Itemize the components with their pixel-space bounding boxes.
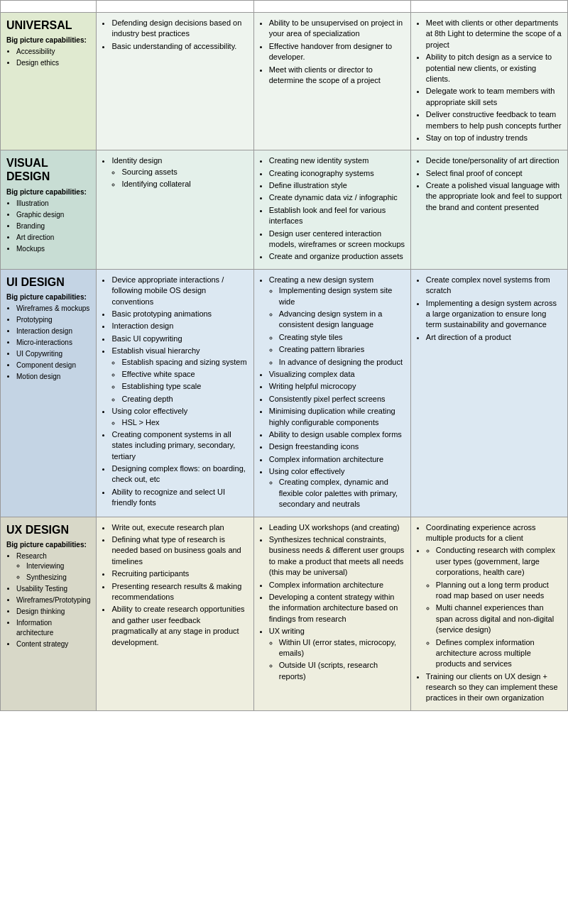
big-picture-label: Big picture capabilities: (6, 188, 90, 196)
row-header-ux: UX DESIGN Big picture capabilities: Rese… (1, 517, 97, 710)
list-item: Create and organize production assets (269, 251, 405, 262)
level3-cell-ui: Create complex novel systems from scratc… (410, 269, 567, 517)
list-item: Create complex novel systems from scratc… (426, 275, 562, 297)
list-subitem: Multi channel experiences than span acro… (436, 603, 562, 635)
list-item: Ability to pitch design as a service to … (426, 52, 562, 84)
list-item: Deliver constructive feedback to team me… (426, 109, 562, 131)
list-item: Visualizing complex data (269, 369, 405, 380)
list-item: Establish visual hierarchyEstablish spac… (111, 346, 248, 405)
row-header-universal: UNIVERSAL Big picture capabilities: Acce… (1, 13, 97, 150)
section-title: VISUAL DESIGN (6, 156, 90, 183)
list-subitem: Creating style tiles (279, 332, 405, 343)
list-subitem: Sourcing assets (121, 167, 248, 177)
list-item: Conducting research with complex user ty… (426, 545, 562, 669)
list-subitem: Defines complex information architecture… (436, 637, 562, 670)
capability-item: Wireframes & mockups (16, 304, 90, 314)
list-item: Create dynamic data viz / infographic (269, 192, 405, 203)
header-level3 (410, 1, 567, 13)
level3-cell-ux: Coordinating experience across multiple … (410, 517, 567, 710)
row-header-ui: UI DESIGN Big picture capabilities: Wire… (1, 269, 97, 517)
list-item: Establish look and feel for various inte… (269, 205, 405, 227)
list-item: Defending design decisions based on indu… (111, 18, 248, 40)
list-item: Identity designSourcing assetsIdentifyin… (111, 155, 248, 189)
list-item: UX writingWithin UI (error states, micro… (269, 626, 405, 682)
level2-cell-visual: Creating new identity systemCreating ico… (253, 150, 410, 270)
level1-cell-universal: Defending design decisions based on indu… (97, 13, 253, 150)
header-level1 (97, 1, 253, 13)
list-item: Write out, execute research plan (111, 522, 248, 533)
level2-cell-ux: Leading UX workshops (and creating)Synth… (253, 517, 410, 710)
big-picture-label: Big picture capabilities: (6, 293, 90, 301)
list-subitem: Effective white space (121, 369, 248, 380)
capability-item: Mockups (16, 244, 90, 254)
level3-cell-visual: Decide tone/personality of art direction… (410, 150, 567, 270)
list-subitem: Creating pattern libraries (279, 344, 405, 355)
list-item: Design freestanding icons (269, 441, 405, 452)
list-item: Basic understanding of accessibility. (111, 41, 248, 52)
capability-item: ResearchInterviewingSynthesizing (16, 551, 90, 583)
list-item: Minimising duplication while creating hi… (269, 406, 405, 428)
list-item: Complex information architecture (269, 454, 405, 465)
list-item: Creating component systems in all states… (111, 429, 248, 462)
capability-item: Accessibility (16, 47, 90, 57)
capability-item: Wireframes/Prototyping (16, 595, 90, 605)
list-item: Design user centered interaction models,… (269, 229, 405, 251)
capability-item: Interaction design (16, 326, 90, 336)
list-item: Delegate work to team members with appro… (426, 86, 562, 108)
list-subitem: Creating complex, dynamic and flexible c… (279, 477, 405, 510)
capability-item: Branding (16, 221, 90, 231)
list-subitem: Conducting research with complex user ty… (436, 545, 562, 578)
list-item: Define illustration style (269, 180, 405, 191)
level1-cell-visual: Identity designSourcing assetsIdentifyin… (97, 150, 253, 270)
list-subitem: HSL > Hex (121, 417, 248, 428)
section-title: UI DESIGN (6, 275, 90, 289)
level2-cell-universal: Ability to be unsupervised on project in… (253, 13, 410, 150)
capability-item: Design thinking (16, 607, 90, 617)
list-item: Designing complex flows: on boarding, ch… (111, 463, 248, 485)
section-row-visual: VISUAL DESIGN Big picture capabilities: … (1, 150, 568, 270)
capability-item: Graphic design (16, 210, 90, 220)
capability-item: Illustration (16, 199, 90, 209)
list-item: Decide tone/personality of art direction (426, 155, 562, 166)
list-item: Creating new identity system (269, 155, 405, 166)
list-item: Device appropriate interactions / follow… (111, 275, 248, 307)
capability-item: Content strategy (16, 639, 90, 649)
list-item: Training our clients on UX design + rese… (426, 671, 562, 704)
header-category (1, 1, 97, 13)
level3-cell-universal: Meet with clients or other departments a… (410, 13, 567, 150)
capability-item: Micro-interactions (16, 338, 90, 348)
list-item: Using color effectivelyHSL > Hex (111, 406, 248, 428)
list-item: Writing helpful microcopy (269, 381, 405, 392)
level2-cell-ui: Creating a new design systemImplementing… (253, 269, 410, 517)
list-item: Interaction design (111, 321, 248, 331)
capability-item: Design ethics (16, 58, 90, 68)
list-item: Basic UI copywriting (111, 334, 248, 344)
section-title: UNIVERSAL (6, 18, 90, 32)
list-item: Presenting research results & making rec… (111, 581, 248, 603)
list-item: Recruiting participants (111, 568, 248, 579)
list-item: Creating a new design systemImplementing… (269, 275, 405, 368)
level1-cell-ux: Write out, execute research planDefining… (97, 517, 253, 710)
section-row-ux: UX DESIGN Big picture capabilities: Rese… (1, 517, 568, 710)
list-item: Developing a content strategy within the… (269, 592, 405, 625)
list-subitem: Establish spacing and sizing system (121, 357, 248, 368)
list-item: Synthesizes technical constraints, busin… (269, 534, 405, 578)
row-header-visual: VISUAL DESIGN Big picture capabilities: … (1, 150, 97, 270)
list-item: Complex information architecture (269, 580, 405, 590)
list-item: Ability to be unsupervised on project in… (269, 18, 405, 40)
list-subitem: In advance of designing the product (279, 357, 405, 368)
list-item: Create a polished visual language with t… (426, 180, 562, 213)
list-item: Implementing a design system across a la… (426, 298, 562, 331)
list-item: Ability to design usable complex forms (269, 429, 405, 440)
list-item: Defining what type of research is needed… (111, 534, 248, 567)
list-item: Consistently pixel perfect screens (269, 394, 405, 405)
list-subitem: Advancing design system in a consistent … (279, 309, 405, 331)
capability-item: Component design (16, 361, 90, 370)
list-subitem: Implementing design system site wide (279, 285, 405, 307)
list-item: Stay on top of industry trends (426, 133, 562, 143)
capability-item: Information architecture (16, 618, 90, 638)
list-item: Meet with clients or director to determi… (269, 65, 405, 87)
capability-item: Motion design (16, 372, 90, 382)
section-row-ui: UI DESIGN Big picture capabilities: Wire… (1, 269, 568, 517)
list-item: Creating iconography systems (269, 168, 405, 179)
